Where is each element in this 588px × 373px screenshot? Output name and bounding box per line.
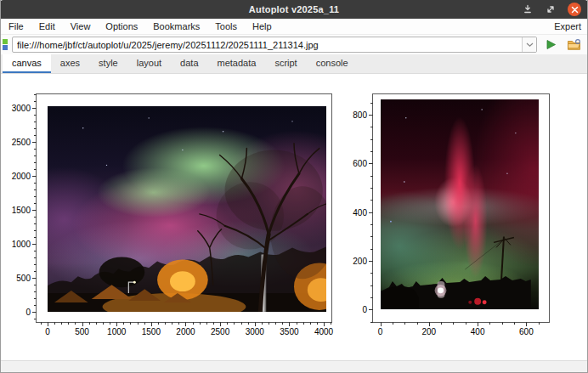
expert-mode-label[interactable]: Expert <box>554 21 587 31</box>
tab-console[interactable]: console <box>307 54 358 73</box>
x-minor-tick <box>441 322 442 325</box>
titlebar[interactable]: Autoplot v2025a_11 <box>0 0 588 19</box>
address-toolbar <box>1 35 587 54</box>
y-minor-tick <box>370 103 373 104</box>
close-icon[interactable] <box>568 3 581 16</box>
tab-data[interactable]: data <box>171 54 207 73</box>
y-minor-tick <box>34 128 37 129</box>
plot-left[interactable]: 0500100015002000250030003500400005001000… <box>36 93 332 323</box>
x-minor-tick <box>502 322 503 325</box>
y-tick-label: 2500 <box>12 138 31 147</box>
x-minor-tick <box>158 322 159 325</box>
x-tick-label: 400 <box>471 327 485 336</box>
open-folder-icon[interactable] <box>564 37 583 54</box>
y-minor-tick <box>34 115 37 116</box>
y-minor-tick <box>34 230 37 231</box>
tab-style[interactable]: style <box>89 54 127 73</box>
y-minor-tick <box>370 249 373 250</box>
menu-bookmarks[interactable]: Bookmarks <box>145 20 207 33</box>
x-tick <box>429 322 430 326</box>
x-minor-tick <box>466 322 466 325</box>
maximize-icon[interactable] <box>545 3 557 15</box>
x-minor-tick <box>514 322 515 325</box>
y-tick-label: 200 <box>353 257 367 266</box>
y-minor-tick <box>370 236 373 237</box>
tab-metadata[interactable]: metadata <box>208 54 266 73</box>
y-minor-tick <box>34 94 37 95</box>
x-minor-tick <box>262 322 263 325</box>
x-tick-label: 2500 <box>211 327 229 336</box>
window-controls <box>522 0 581 19</box>
y-minor-tick <box>34 305 37 306</box>
x-minor-tick <box>317 322 318 325</box>
x-tick-label: 0 <box>378 327 383 336</box>
x-tick <box>478 322 478 326</box>
x-tick <box>151 322 152 326</box>
y-minor-tick <box>34 298 37 299</box>
x-tick <box>381 322 382 326</box>
x-minor-tick <box>103 322 104 325</box>
y-tick <box>369 309 373 310</box>
tab-canvas[interactable]: canvas <box>3 54 51 73</box>
y-minor-tick <box>34 271 37 272</box>
x-minor-tick <box>68 322 69 325</box>
x-tick-label: 200 <box>422 327 437 336</box>
x-minor-tick <box>206 322 207 325</box>
tab-layout[interactable]: layout <box>127 54 171 73</box>
x-minor-tick <box>227 322 228 325</box>
x-minor-tick <box>138 322 139 325</box>
minimize-icon[interactable] <box>522 3 534 15</box>
x-tick-label: 1000 <box>107 327 126 336</box>
x-minor-tick <box>144 322 145 325</box>
y-minor-tick <box>370 200 373 201</box>
y-tick-label: 1500 <box>12 206 31 215</box>
x-minor-tick <box>417 322 418 325</box>
menu-edit[interactable]: Edit <box>31 20 63 33</box>
y-minor-tick <box>370 127 373 127</box>
y-tick-label: 600 <box>353 159 367 168</box>
x-tick <box>185 322 186 326</box>
y-tick <box>32 278 37 279</box>
x-tick <box>82 322 83 326</box>
y-minor-tick <box>34 149 37 150</box>
y-tick-label: 1000 <box>12 240 31 249</box>
menu-file[interactable]: File <box>1 20 31 33</box>
x-minor-tick <box>539 322 540 325</box>
menu-tools[interactable]: Tools <box>207 20 245 33</box>
y-tick-label: 400 <box>353 207 367 217</box>
y-minor-tick <box>370 273 373 274</box>
menu-options[interactable]: Options <box>98 20 145 33</box>
y-tick <box>32 142 37 143</box>
y-tick <box>32 210 37 211</box>
x-tick <box>255 322 256 326</box>
y-minor-tick <box>370 285 373 286</box>
y-minor-tick <box>34 251 37 251</box>
y-minor-tick <box>370 188 373 189</box>
aurora-photo-left <box>48 106 326 312</box>
plot-right[interactable]: 02004006000200400600800 <box>372 93 550 323</box>
y-tick-label: 3000 <box>12 104 31 113</box>
menu-help[interactable]: Help <box>245 20 280 33</box>
menu-view[interactable]: View <box>63 20 99 33</box>
y-minor-tick <box>370 139 373 140</box>
tab-script[interactable]: script <box>265 54 306 73</box>
x-minor-tick <box>489 322 490 325</box>
x-minor-tick <box>54 322 55 325</box>
plot-canvas[interactable]: 0500100015002000250030003500400005001000… <box>1 74 587 360</box>
y-tick <box>32 108 37 109</box>
x-minor-tick <box>200 322 201 325</box>
y-tick-label: 0 <box>25 308 31 317</box>
y-minor-tick <box>34 135 37 136</box>
x-tick-label: 3500 <box>280 327 298 336</box>
y-tick <box>32 244 37 245</box>
y-minor-tick <box>34 257 37 258</box>
aurora-photo-right <box>381 99 540 310</box>
y-minor-tick <box>370 176 373 177</box>
tab-axes[interactable]: axes <box>51 54 89 73</box>
x-minor-tick <box>275 322 276 325</box>
uri-input[interactable] <box>13 37 522 52</box>
y-minor-tick <box>34 285 37 285</box>
go-play-button[interactable] <box>541 37 560 54</box>
uri-field <box>12 37 537 53</box>
chevron-down-icon[interactable] <box>522 37 536 52</box>
